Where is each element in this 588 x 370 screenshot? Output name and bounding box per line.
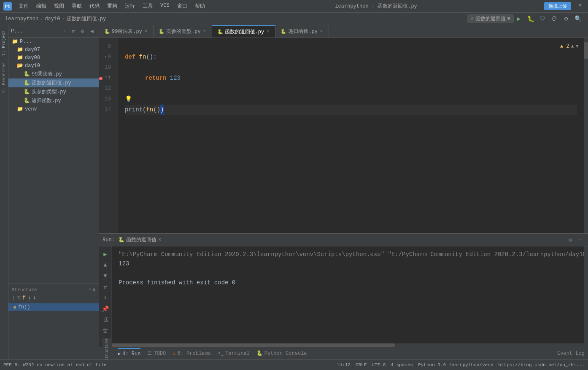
- bottom-tab-problems[interactable]: ⚠ 6: Problems: [173, 348, 210, 358]
- run-align-top[interactable]: ⬆: [101, 294, 110, 302]
- sidebar-sync-btn[interactable]: ⇄: [69, 27, 78, 35]
- menu-code[interactable]: 代码: [86, 2, 103, 11]
- hscroll-thumb[interactable]: [112, 343, 395, 347]
- tab-params-close[interactable]: ×: [202, 29, 207, 34]
- struct-btn-fn[interactable]: f: [22, 294, 26, 302]
- status-blog[interactable]: https://blog.csdn.net/xu_zhi...: [498, 362, 585, 367]
- menu-edit[interactable]: 编辑: [33, 2, 50, 11]
- settings-button[interactable]: ⚙: [561, 14, 571, 24]
- status-indent[interactable]: 4 spaces: [391, 362, 413, 367]
- tree-item-return[interactable]: 🐍 函数的返回值.py: [8, 78, 99, 87]
- struct-sort-alpha[interactable]: ≡: [89, 286, 92, 293]
- breadcrumb-sep2: ›: [62, 16, 65, 22]
- tree-item-venv[interactable]: 📁 venv: [8, 105, 99, 113]
- menu-navigate[interactable]: 导航: [68, 2, 85, 11]
- run-print[interactable]: 🖨: [101, 316, 110, 324]
- struct-btn-sort[interactable]: ↕: [12, 294, 15, 302]
- run-panel-minimize[interactable]: —: [576, 236, 585, 244]
- tree-item-99[interactable]: 🐍 99乘法表.py: [8, 70, 99, 78]
- tree-item-params[interactable]: 🐍 实参的类型.py: [8, 87, 99, 96]
- tab-99-close[interactable]: ×: [144, 29, 148, 34]
- tree-item-recursive[interactable]: 🐍 递归函数.py: [8, 96, 99, 105]
- tab-return-close[interactable]: ×: [266, 30, 270, 34]
- bottom-tab-python-console[interactable]: 🐍 Python Console: [256, 348, 307, 358]
- tab-py-icon: 🐍: [104, 29, 110, 34]
- bottom-tab-terminal[interactable]: >_ Terminal: [218, 349, 250, 358]
- struct-item-fn[interactable]: ⊕ fn(): [8, 303, 99, 311]
- debug-button[interactable]: 🐛: [526, 14, 536, 24]
- menu-run[interactable]: 运行: [121, 2, 138, 11]
- bottom-tab-todo[interactable]: ☰ TODO: [147, 348, 166, 358]
- status-position[interactable]: 14:12: [337, 362, 351, 367]
- output-line-exit: Process finished with exit code 0: [119, 278, 577, 287]
- sidebar-add-btn[interactable]: +: [60, 27, 68, 35]
- run-scroll-down[interactable]: ▼: [101, 272, 110, 280]
- tree-item-day08[interactable]: 📁 day08: [8, 54, 99, 62]
- fold-arrow[interactable]: ▾: [104, 54, 107, 61]
- python-console-label: Python Console: [264, 351, 307, 356]
- upload-button[interactable]: 拖拽上传: [544, 2, 571, 10]
- run-panel-settings[interactable]: ⚙: [566, 236, 575, 244]
- run-vscrollbar[interactable]: [584, 246, 588, 347]
- breadcrumb-day10[interactable]: day10: [45, 16, 60, 22]
- run-pin[interactable]: 📌: [101, 305, 110, 313]
- vtab-project[interactable]: 1: Project: [1, 27, 7, 59]
- run-play-btn[interactable]: ▶: [101, 250, 110, 258]
- tree-item-day10[interactable]: 📂 day10: [8, 62, 99, 70]
- run-scroll-up[interactable]: ▲: [101, 261, 110, 269]
- run-trash[interactable]: 🗑: [101, 327, 110, 335]
- nav-actions: ▶ 🐛 🛡 ⏱ ⚙ 🔍: [514, 14, 583, 24]
- run-hscrollbar[interactable]: [112, 343, 584, 347]
- menu-tools[interactable]: 工具: [139, 2, 156, 11]
- breakpoint-indicator[interactable]: [99, 77, 102, 80]
- status-line-sep[interactable]: CRLF: [356, 362, 367, 367]
- run-tab-close[interactable]: ×: [158, 237, 161, 243]
- menu-help[interactable]: 帮助: [192, 2, 208, 11]
- vtab-structure[interactable]: 7: Structure: [105, 338, 109, 360]
- struct-btn-filter[interactable]: ⌥: [17, 294, 20, 302]
- tree-item-day10-label: day10: [25, 63, 40, 69]
- profile-button[interactable]: ⏱: [549, 14, 559, 24]
- run-word-wrap[interactable]: ⇄: [101, 283, 110, 291]
- status-encoding[interactable]: UTF-8: [372, 362, 386, 367]
- run-configuration[interactable]: ⚡ 函数的返回值 ▼: [467, 14, 514, 23]
- lightbulb-icon[interactable]: 💡: [125, 94, 132, 105]
- scrollbar-thumb[interactable]: [584, 42, 588, 59]
- terminal-label: Terminal: [225, 351, 250, 356]
- code-editor[interactable]: ▲ 2 ▲ ▼ def fn(): return 123: [118, 38, 584, 233]
- coverage-button[interactable]: 🛡: [537, 14, 548, 24]
- menu-vcs[interactable]: VCS: [157, 2, 173, 11]
- struct-btn-down[interactable]: ⬇: [33, 294, 36, 302]
- breadcrumb-project[interactable]: learnpython: [5, 16, 38, 22]
- tab-99[interactable]: 🐍 99乘法表.py ×: [99, 25, 154, 38]
- tree-item-day08-label: day08: [25, 55, 40, 61]
- tree-item-root[interactable]: 📁 P...: [8, 38, 99, 46]
- tab-recursive[interactable]: 🐍 递归函数.py ×: [275, 25, 329, 38]
- todo-icon: ☰: [147, 350, 152, 356]
- breadcrumb-file[interactable]: 函数的返回值.py: [67, 15, 106, 22]
- close-button[interactable]: ×: [576, 2, 585, 10]
- editor-scrollbar[interactable]: [584, 38, 588, 233]
- bottom-tab-event-log[interactable]: Event Log: [557, 349, 585, 358]
- struct-sort-btn[interactable]: ⇅: [92, 286, 95, 293]
- tab-return[interactable]: 🐍 函数的返回值.py ×: [212, 25, 276, 38]
- tab-params[interactable]: 🐍 实参的类型.py ×: [154, 25, 212, 38]
- run-button[interactable]: ▶: [514, 14, 524, 24]
- bottom-tab-run[interactable]: ▶ 4: Run: [118, 348, 140, 359]
- menu-refactor[interactable]: 重构: [104, 2, 121, 11]
- vtab-favorites[interactable]: 2: Favorites: [1, 59, 7, 96]
- menu-view[interactable]: 视图: [51, 2, 67, 11]
- sidebar-settings-btn[interactable]: ⚙: [78, 27, 87, 35]
- sidebar-collapse-btn[interactable]: ◀: [88, 27, 96, 35]
- run-panel-tab[interactable]: 🐍 函数的返回值 ×: [118, 236, 161, 243]
- search-button[interactable]: 🔍: [573, 14, 583, 24]
- left-vertical-tabs: 1: Project 2: Favorites: [0, 25, 8, 359]
- colon: :: [153, 52, 156, 62]
- tree-item-day07[interactable]: 📁 day07: [8, 46, 99, 54]
- menu-file[interactable]: 文件: [15, 2, 32, 11]
- struct-btn-up[interactable]: ⬆: [27, 294, 31, 302]
- status-python[interactable]: Python 3.6 learnpython/venv: [418, 362, 493, 367]
- menu-window[interactable]: 窗口: [174, 2, 191, 11]
- run-config-dropdown-icon: ▼: [507, 16, 510, 22]
- tab-recursive-close[interactable]: ×: [319, 29, 324, 34]
